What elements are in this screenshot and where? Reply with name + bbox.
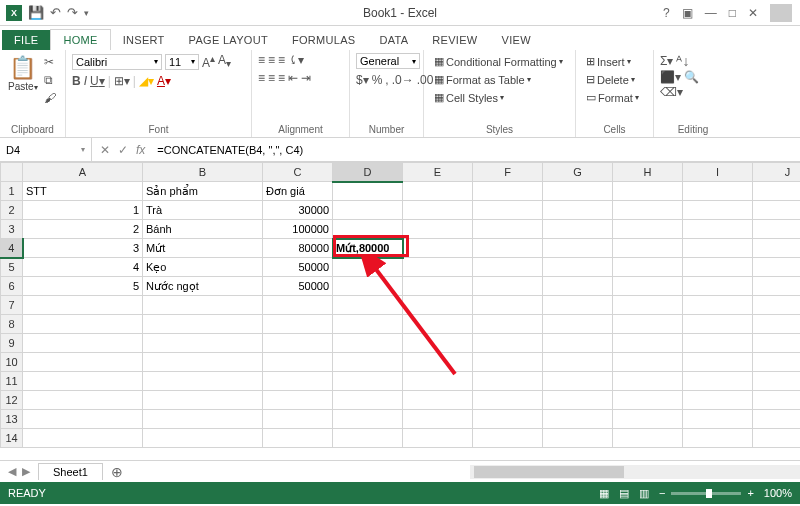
help-icon[interactable]: ? xyxy=(663,6,670,20)
tab-data[interactable]: DATA xyxy=(367,30,420,50)
tab-review[interactable]: REVIEW xyxy=(420,30,489,50)
cell-d4[interactable]: Mứt,80000 xyxy=(333,239,403,258)
col-header[interactable]: H xyxy=(613,163,683,182)
fx-icon[interactable]: fx xyxy=(136,143,145,157)
format-cells-button[interactable]: ▭Format▾ xyxy=(582,89,643,106)
maximize-icon[interactable]: □ xyxy=(729,6,736,20)
col-header[interactable]: I xyxy=(683,163,753,182)
sheet-tab-sheet1[interactable]: Sheet1 xyxy=(38,463,103,480)
group-cells: Cells xyxy=(582,124,647,136)
select-all[interactable] xyxy=(1,163,23,182)
tab-insert[interactable]: INSERT xyxy=(111,30,177,50)
undo-icon[interactable]: ↶ xyxy=(50,5,61,20)
window-title: Book1 - Excel xyxy=(363,6,437,20)
cell-styles-icon: ▦ xyxy=(434,91,444,104)
col-header[interactable]: C xyxy=(263,163,333,182)
find-select-icon[interactable]: 🔍 xyxy=(684,70,699,84)
sheet-next-icon[interactable]: ▶ xyxy=(22,465,30,478)
col-header[interactable]: B xyxy=(143,163,263,182)
col-header[interactable]: D xyxy=(333,163,403,182)
paste-button[interactable]: 📋Paste▾ xyxy=(6,53,40,94)
col-header[interactable]: A xyxy=(23,163,143,182)
format-as-table-button[interactable]: ▦Format as Table▾ xyxy=(430,71,535,88)
view-page-break-icon[interactable]: ▥ xyxy=(639,487,649,500)
border-icon[interactable]: ⊞▾ xyxy=(114,74,130,88)
fill-icon[interactable]: ⬛▾ xyxy=(660,70,681,84)
insert-cells-button[interactable]: ⊞Insert▾ xyxy=(582,53,635,70)
autosum-icon[interactable]: Σ▾ xyxy=(660,54,673,68)
align-top-icon[interactable]: ≡ xyxy=(258,53,265,67)
percent-icon[interactable]: % xyxy=(372,73,383,87)
tab-formulas[interactable]: FORMULAS xyxy=(280,30,368,50)
align-middle-icon[interactable]: ≡ xyxy=(268,53,275,67)
align-bottom-icon[interactable]: ≡ xyxy=(278,53,285,67)
group-styles: Styles xyxy=(430,124,569,136)
align-center-icon[interactable]: ≡ xyxy=(268,71,275,85)
number-format-combo[interactable]: General▾ xyxy=(356,53,420,69)
sort-filter-icon[interactable]: ᴬ↓ xyxy=(676,53,689,69)
insert-icon: ⊞ xyxy=(586,55,595,68)
comma-icon[interactable]: , xyxy=(385,73,388,87)
ribbon-tabs: FILE HOME INSERT PAGE LAYOUT FORMULAS DA… xyxy=(0,26,800,50)
tab-home[interactable]: HOME xyxy=(50,29,110,50)
indent-decrease-icon[interactable]: ⇤ xyxy=(288,71,298,85)
format-painter-icon[interactable]: 🖌 xyxy=(44,91,56,105)
font-size-combo[interactable]: 11▾ xyxy=(165,54,199,70)
font-name-combo[interactable]: Calibri▾ xyxy=(72,54,162,70)
cancel-formula-icon[interactable]: ✕ xyxy=(100,143,110,157)
grow-font-icon[interactable]: A▴ xyxy=(202,53,215,70)
conditional-formatting-button[interactable]: ▦Conditional Formatting▾ xyxy=(430,53,567,70)
delete-cells-button[interactable]: ⊟Delete▾ xyxy=(582,71,639,88)
formula-input[interactable]: =CONCATENATE(B4, ",", C4) xyxy=(153,138,800,161)
increase-decimal-icon[interactable]: .0→ xyxy=(392,73,414,87)
status-mode: READY xyxy=(8,487,46,499)
group-font: Font xyxy=(72,124,245,136)
table-icon: ▦ xyxy=(434,73,444,86)
redo-icon[interactable]: ↷ xyxy=(67,5,78,20)
copy-icon[interactable]: ⧉ xyxy=(44,73,56,87)
indent-increase-icon[interactable]: ⇥ xyxy=(301,71,311,85)
align-right-icon[interactable]: ≡ xyxy=(278,71,285,85)
cut-icon[interactable]: ✂ xyxy=(44,55,56,69)
account-icon[interactable] xyxy=(770,4,792,22)
orientation-icon[interactable]: ⤹▾ xyxy=(288,53,304,67)
accounting-icon[interactable]: $▾ xyxy=(356,73,369,87)
formula-bar: D4▾ ✕ ✓ fx =CONCATENATE(B4, ",", C4) xyxy=(0,138,800,162)
fill-color-icon[interactable]: ◢▾ xyxy=(139,74,154,88)
close-icon[interactable]: ✕ xyxy=(748,6,758,20)
view-page-layout-icon[interactable]: ▤ xyxy=(619,487,629,500)
font-color-icon[interactable]: A▾ xyxy=(157,74,171,88)
clear-icon[interactable]: ⌫▾ xyxy=(660,85,683,99)
italic-button[interactable]: I xyxy=(84,74,87,88)
zoom-slider[interactable]: − + xyxy=(659,487,754,499)
grid[interactable]: A B C D E F G H I J 1STTSản phẩmĐơn giá … xyxy=(0,162,800,460)
tab-view[interactable]: VIEW xyxy=(490,30,543,50)
zoom-in-icon[interactable]: + xyxy=(747,487,753,499)
underline-button[interactable]: U▾ xyxy=(90,74,105,88)
name-box[interactable]: D4▾ xyxy=(0,138,92,161)
zoom-out-icon[interactable]: − xyxy=(659,487,665,499)
ribbon: 📋Paste▾ ✂ ⧉ 🖌 Clipboard Calibri▾ 11▾ A▴ … xyxy=(0,50,800,138)
zoom-level[interactable]: 100% xyxy=(764,487,792,499)
tab-page-layout[interactable]: PAGE LAYOUT xyxy=(177,30,280,50)
shrink-font-icon[interactable]: A▾ xyxy=(218,53,231,69)
qat-dropdown-icon[interactable]: ▾ xyxy=(84,8,89,18)
tab-file[interactable]: FILE xyxy=(2,30,50,50)
delete-icon: ⊟ xyxy=(586,73,595,86)
horizontal-scrollbar[interactable] xyxy=(470,465,800,479)
ribbon-display-icon[interactable]: ▣ xyxy=(682,6,693,20)
col-header[interactable]: E xyxy=(403,163,473,182)
col-header[interactable]: J xyxy=(753,163,801,182)
sheet-prev-icon[interactable]: ◀ xyxy=(8,465,16,478)
bold-button[interactable]: B xyxy=(72,74,81,88)
align-left-icon[interactable]: ≡ xyxy=(258,71,265,85)
view-normal-icon[interactable]: ▦ xyxy=(599,487,609,500)
col-header[interactable]: G xyxy=(543,163,613,182)
status-bar: READY ▦ ▤ ▥ − + 100% xyxy=(0,482,800,504)
cell-styles-button[interactable]: ▦Cell Styles▾ xyxy=(430,89,508,106)
minimize-icon[interactable]: — xyxy=(705,6,717,20)
save-icon[interactable]: 💾 xyxy=(28,5,44,20)
enter-formula-icon[interactable]: ✓ xyxy=(118,143,128,157)
new-sheet-button[interactable]: ⊕ xyxy=(103,464,131,480)
col-header[interactable]: F xyxy=(473,163,543,182)
